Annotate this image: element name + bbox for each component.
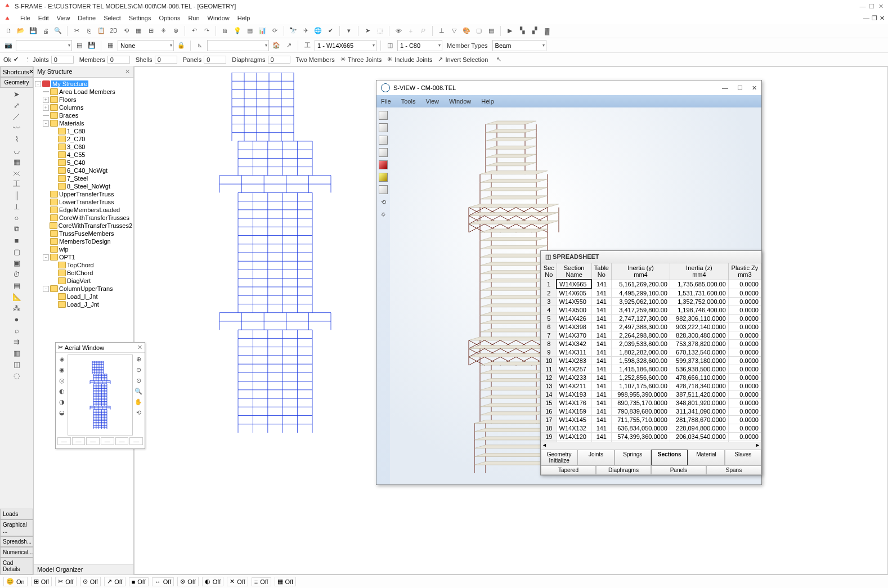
- tree-node-uppertransfertruss[interactable]: UpperTransferTruss: [35, 190, 132, 198]
- cell[interactable]: 141: [591, 357, 611, 365]
- bulb-icon[interactable]: 💡: [232, 26, 243, 36]
- beam-icon[interactable]: 工: [11, 179, 23, 189]
- cell[interactable]: 599,373,180.0000: [670, 357, 728, 365]
- sview-close-button[interactable]: ✕: [752, 84, 757, 92]
- paste-icon[interactable]: 📋: [96, 26, 106, 36]
- polyline-icon[interactable]: ⌇: [11, 134, 23, 144]
- table-row[interactable]: 16W14X159141790,839,680.0000311,341,090.…: [541, 407, 761, 416]
- binoculars-icon[interactable]: 🔭: [288, 26, 298, 36]
- cell[interactable]: W14X120: [557, 433, 591, 441]
- tree-node-materials[interactable]: -Materials: [35, 119, 132, 127]
- cell[interactable]: W14X176: [557, 399, 591, 407]
- status-toggle-11[interactable]: ▦Off: [275, 577, 296, 586]
- aerial-view1-icon[interactable]: ◈: [57, 354, 66, 363]
- cell[interactable]: W14X283: [557, 357, 591, 365]
- cell[interactable]: 1,107,175,600.00: [612, 382, 670, 390]
- filter-icon[interactable]: ▽: [449, 26, 459, 36]
- spreadsheet-tab-tapered[interactable]: Tapered: [541, 465, 596, 475]
- tree-node-floors[interactable]: +Floors: [35, 96, 132, 104]
- menu-select[interactable]: Select: [104, 15, 121, 21]
- save2-icon[interactable]: 💾: [87, 41, 97, 51]
- aerial-b2[interactable]: —: [72, 437, 86, 445]
- invert-selection-button[interactable]: ↗ Invert Selection: [438, 56, 488, 63]
- tree-node-opt1[interactable]: -OPT1: [35, 253, 132, 261]
- eye-icon[interactable]: 👁: [393, 26, 403, 36]
- panel-icon[interactable]: ■: [11, 235, 23, 245]
- tool-icon[interactable]: ✳: [158, 26, 168, 36]
- cell[interactable]: W14X500: [557, 306, 591, 315]
- sview-menu-help[interactable]: Help: [481, 98, 494, 105]
- cell[interactable]: 1,802,282,000.00: [612, 348, 670, 357]
- cell[interactable]: 1,352,752,000.00: [670, 298, 728, 306]
- cell[interactable]: 281,788,670.0000: [670, 416, 728, 424]
- camera-icon[interactable]: 📷: [3, 41, 14, 51]
- cell[interactable]: 478,666,110.0000: [670, 374, 728, 382]
- column-header[interactable]: TableNo: [591, 263, 611, 280]
- cell[interactable]: 0.0000: [728, 407, 761, 416]
- cell[interactable]: 1,415,186,800.00: [612, 365, 670, 374]
- cell[interactable]: 141: [591, 340, 611, 348]
- shells-count[interactable]: 0: [155, 56, 177, 64]
- grid-icon[interactable]: ▦: [133, 26, 143, 36]
- clock-icon[interactable]: ⏱: [11, 269, 23, 279]
- table-row[interactable]: 3W14X5501413,925,062,100.001,352,752,000…: [541, 298, 761, 306]
- cell[interactable]: 11: [541, 365, 557, 374]
- sview-wire-icon[interactable]: [378, 184, 389, 195]
- cell[interactable]: 141: [591, 399, 611, 407]
- tree-node-4-c55[interactable]: 4_C55: [35, 151, 132, 159]
- cell[interactable]: 574,399,360.0000: [612, 433, 670, 441]
- results-icon[interactable]: ▚: [517, 26, 527, 36]
- table-row[interactable]: 4W14X5001413,417,259,800.001,198,746,400…: [541, 306, 761, 315]
- rotate-icon[interactable]: ⟲: [121, 26, 131, 36]
- menu-run[interactable]: Run: [188, 15, 199, 21]
- member-types-combo[interactable]: Beam: [492, 40, 546, 51]
- cell[interactable]: W14X370: [557, 331, 591, 340]
- cell[interactable]: 3: [541, 298, 557, 306]
- mdi-minimize[interactable]: —: [863, 15, 869, 22]
- tree-node-8-steel-nowgt[interactable]: 8_Steel_NoWgt: [35, 182, 132, 190]
- line-icon[interactable]: ／: [11, 111, 23, 122]
- cell[interactable]: 7: [541, 331, 557, 340]
- cell[interactable]: 2,747,127,300.00: [612, 315, 670, 323]
- tree-node-trussfusemembers[interactable]: TrussFuseMembers: [35, 230, 132, 237]
- preview-icon[interactable]: 🔍: [53, 26, 63, 36]
- cell[interactable]: W14X398: [557, 323, 591, 331]
- menu-window[interactable]: Window: [208, 15, 230, 21]
- cell[interactable]: 2,497,388,300.00: [612, 323, 670, 331]
- cell[interactable]: 141: [591, 289, 611, 298]
- cell[interactable]: W14X145: [557, 416, 591, 424]
- status-toggle-0[interactable]: 😊On: [3, 577, 28, 586]
- cell[interactable]: 428,718,340.0000: [670, 382, 728, 390]
- doc-icon[interactable]: 🗎: [220, 26, 230, 36]
- tab-graphical[interactable]: Graphical ...: [0, 519, 33, 536]
- cell[interactable]: 711,755,710.0000: [612, 416, 670, 424]
- status-toggle-7[interactable]: ⊗Off: [177, 577, 198, 586]
- table-row[interactable]: 18W14X132141636,834,050.0000228,094,800.…: [541, 424, 761, 433]
- spreadsheet-icon[interactable]: ▤: [245, 26, 255, 36]
- sview-rotate-icon[interactable]: ⟲: [378, 196, 389, 208]
- pointer-icon[interactable]: ➤: [11, 89, 23, 99]
- aerial-zoom-icon[interactable]: 🔍: [134, 387, 143, 396]
- release-icon[interactable]: ○: [11, 213, 23, 223]
- cell[interactable]: 141: [591, 390, 611, 399]
- measure-icon[interactable]: 📐: [11, 291, 23, 302]
- print-icon[interactable]: 🖨: [41, 26, 51, 36]
- tab-spreadsheet[interactable]: Spreadsh...: [0, 536, 33, 547]
- status-toggle-6[interactable]: ↔Off: [152, 577, 174, 586]
- cut-icon[interactable]: ✂: [71, 26, 82, 36]
- cell[interactable]: 141: [591, 280, 611, 289]
- select-icon[interactable]: ⬚: [375, 26, 385, 36]
- sview-menu-view[interactable]: View: [425, 98, 439, 105]
- mass-icon[interactable]: ●: [11, 314, 23, 324]
- sview-menu-window[interactable]: Window: [449, 98, 471, 105]
- cell[interactable]: 0.0000: [728, 280, 761, 289]
- cell[interactable]: W14X159: [557, 407, 591, 416]
- minimize-button[interactable]: —: [859, 3, 867, 10]
- cell[interactable]: W14X665: [557, 280, 591, 289]
- close-tree-icon[interactable]: ✕: [125, 68, 130, 75]
- status-toggle-2[interactable]: ✂Off: [55, 577, 76, 586]
- cell[interactable]: 1,198,746,400.00: [670, 306, 728, 315]
- aerial-zoom-in-icon[interactable]: ⊕: [134, 354, 143, 363]
- aerial-b5[interactable]: —: [115, 437, 129, 445]
- cell[interactable]: 4,495,299,100.00: [612, 289, 670, 298]
